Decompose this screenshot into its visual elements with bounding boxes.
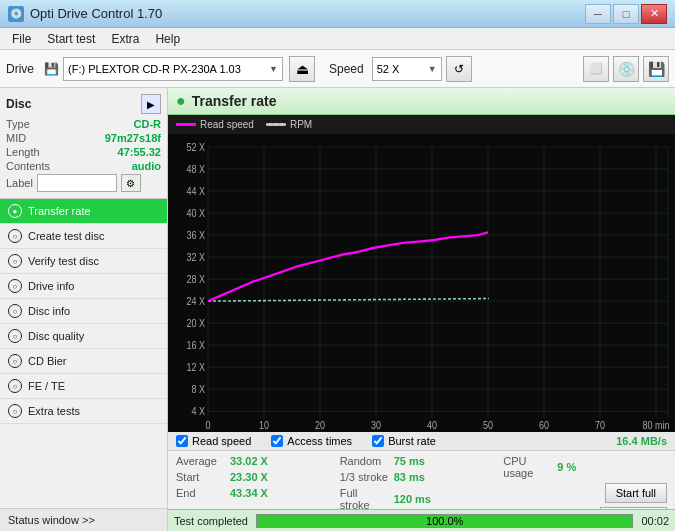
stats-row-cpu: CPU usage 9 % [503,453,667,481]
chart-title: Transfer rate [192,93,277,109]
stats-row-btn1: Start full [503,481,667,505]
transfer-rate-icon: ● [8,204,22,218]
svg-text:36 X: 36 X [186,229,205,241]
menu-help[interactable]: Help [147,30,188,48]
drive-label: Drive [6,62,34,76]
drive-icon: 💾 [44,62,59,76]
length-value: 47:55.32 [118,146,161,158]
stroke-1-3-label: 1/3 stroke [340,471,390,483]
start-value: 23.30 X [230,471,280,483]
svg-text:4 X: 4 X [191,405,205,417]
svg-rect-0 [168,134,675,432]
type-label: Type [6,118,30,130]
progress-bar-container: 100.0% [256,514,633,528]
drive-select[interactable]: 💾 (F:) PLEXTOR CD-R PX-230A 1.03 ▼ [44,57,283,81]
mid-value: 97m27s18f [105,132,161,144]
cpu-value: 9 % [557,461,607,473]
nav-item-cd-bier[interactable]: ○ CD Bier [0,349,167,374]
label-gear-button[interactable]: ⚙ [121,174,141,192]
nav-item-fe-te[interactable]: ○ FE / TE [0,374,167,399]
full-stroke-value: 120 ms [394,493,444,505]
checkboxes-row: Read speed Access times Burst rate 16.4 … [168,432,675,451]
chevron-down-icon: ▼ [269,64,278,74]
end-value: 43.34 X [230,487,280,499]
refresh-button[interactable]: ↺ [446,56,472,82]
minimize-button[interactable]: ─ [585,4,611,24]
read-speed-checkbox[interactable] [176,435,188,447]
menubar: File Start test Extra Help [0,28,675,50]
stats-row-1-3-stroke: 1/3 stroke 83 ms [340,469,504,485]
speed-dropdown[interactable]: 52 X ▼ [372,57,442,81]
extra-tests-icon: ○ [8,404,22,418]
nav-item-verify-test-disc[interactable]: ○ Verify test disc [0,249,167,274]
progress-percent: 100.0% [426,515,463,527]
svg-text:40: 40 [427,419,437,431]
menu-extra[interactable]: Extra [103,30,147,48]
close-button[interactable]: ✕ [641,4,667,24]
status-window-button[interactable]: Status window >> [0,508,167,531]
label-input[interactable] [37,174,117,192]
menu-start-test[interactable]: Start test [39,30,103,48]
contents-value: audio [132,160,161,172]
nav-item-disc-info[interactable]: ○ Disc info [0,299,167,324]
maximize-button[interactable]: □ [613,4,639,24]
rpm-color [266,123,286,126]
cd-bier-icon: ○ [8,354,22,368]
nav-item-transfer-rate[interactable]: ● Transfer rate [0,199,167,224]
nav-item-drive-info[interactable]: ○ Drive info [0,274,167,299]
chevron-down-icon-speed: ▼ [428,64,437,74]
toolbar: Drive 💾 (F:) PLEXTOR CD-R PX-230A 1.03 ▼… [0,50,675,88]
disc-info-icon: ○ [8,304,22,318]
eject-button[interactable]: ⏏ [289,56,315,82]
toolbar-right: ⬜ 💿 💾 [583,56,669,82]
nav-label-drive-info: Drive info [28,280,74,292]
svg-text:60: 60 [539,419,549,431]
svg-text:8 X: 8 X [191,383,205,395]
burst-rate-checkbox-item[interactable]: Burst rate [372,435,436,447]
menu-file[interactable]: File [4,30,39,48]
disc-title: Disc [6,97,31,111]
length-label: Length [6,146,40,158]
random-label: Random [340,455,390,467]
disc-expand-button[interactable]: ▶ [141,94,161,114]
right-panel: ● Transfer rate Read speed RPM [168,88,675,531]
nav-label-create-test-disc: Create test disc [28,230,104,242]
nav-label-transfer-rate: Transfer rate [28,205,91,217]
burst-rate-value-label: 16.4 MB/s [616,435,667,447]
sidebar: Disc ▶ Type CD-R MID 97m27s18f Length 47… [0,88,168,531]
disc-quality-icon: ○ [8,329,22,343]
stats-row-random: Random 75 ms [340,453,504,469]
app-icon: 💿 [8,6,24,22]
nav-label-disc-quality: Disc quality [28,330,84,342]
end-label: End [176,487,226,499]
full-stroke-label: Full stroke [340,487,390,511]
nav-item-extra-tests[interactable]: ○ Extra tests [0,399,167,424]
stats-row-average: Average 33.02 X [176,453,340,469]
fe-te-icon: ○ [8,379,22,393]
svg-text:52 X: 52 X [186,141,205,153]
nav-label-fe-te: FE / TE [28,380,65,392]
nav-item-disc-quality[interactable]: ○ Disc quality [0,324,167,349]
stats-row-start: Start 23.30 X [176,469,340,485]
drive-dropdown[interactable]: (F:) PLEXTOR CD-R PX-230A 1.03 ▼ [63,57,283,81]
nav-label-verify-test-disc: Verify test disc [28,255,99,267]
chart-header-icon: ● [176,92,186,110]
verify-test-disc-icon: ○ [8,254,22,268]
svg-text:50: 50 [483,419,493,431]
read-speed-checkbox-item[interactable]: Read speed [176,435,251,447]
clear-button[interactable]: ⬜ [583,56,609,82]
speed-label: Speed [329,62,364,76]
chart-svg: 52 X 48 X 44 X 40 X 36 X 32 X 28 X 24 X … [168,134,675,432]
legend-rpm: RPM [266,119,312,130]
save-button[interactable]: 💾 [643,56,669,82]
legend-read-speed: Read speed [176,119,254,130]
svg-text:80 min: 80 min [643,419,670,431]
legend-rpm-label: RPM [290,119,312,130]
start-full-button[interactable]: Start full [605,483,667,503]
disc-button[interactable]: 💿 [613,56,639,82]
nav-item-create-test-disc[interactable]: ○ Create test disc [0,224,167,249]
access-times-checkbox[interactable] [271,435,283,447]
burst-rate-checkbox[interactable] [372,435,384,447]
access-times-checkbox-item[interactable]: Access times [271,435,352,447]
progress-area: Test completed 100.0% 00:02 [168,509,675,531]
